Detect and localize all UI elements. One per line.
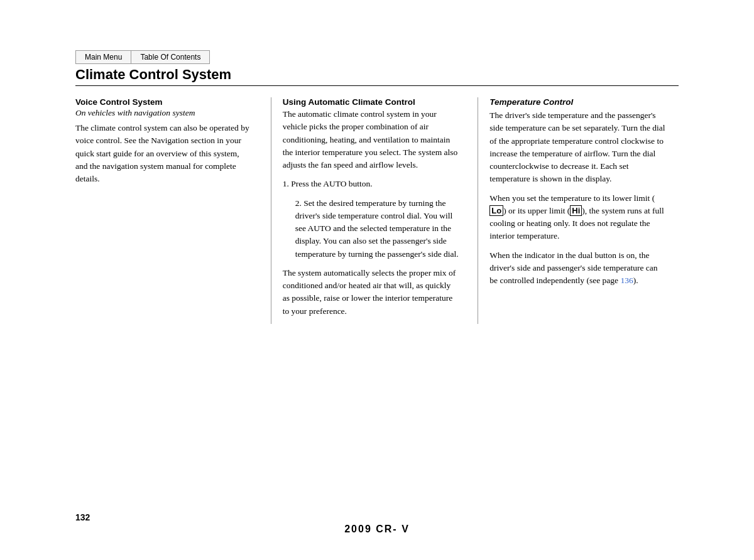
column-1: Voice Control System On vehicles with na…	[75, 97, 265, 324]
col1-para-1: The climate control system can also be o…	[75, 122, 252, 185]
title-divider	[75, 85, 679, 86]
col2-para-1: The automatic climate control system in …	[283, 108, 459, 171]
page-number: 132	[75, 512, 90, 522]
col-divider-2	[478, 97, 478, 324]
column-2: Using Automatic Climate Control The auto…	[278, 97, 472, 324]
col2-para-2: The system automatically selects the pro…	[283, 267, 459, 318]
content-columns: Voice Control System On vehicles with na…	[75, 97, 679, 324]
col3-para-1: The driver's side temperature and the pa…	[489, 109, 666, 186]
col1-title: Voice Control System	[75, 97, 252, 107]
col3-para-3: When the indicator in the dual button is…	[489, 249, 666, 288]
page-link[interactable]: 136	[620, 276, 633, 285]
page-container: Main Menu Table Of Contents Climate Cont…	[0, 0, 754, 560]
page-title: Climate Control System	[75, 67, 679, 83]
col1-subtitle: On vehicles with navigation system	[75, 108, 252, 118]
col3-para-2: When you set the temperature to its lowe…	[489, 192, 666, 243]
main-menu-button[interactable]: Main Menu	[75, 50, 131, 64]
table-of-contents-button[interactable]: Table Of Contents	[131, 50, 210, 64]
col3-title: Temperature Control	[489, 97, 666, 107]
lo-symbol: Lo	[489, 205, 503, 217]
col2-item-2: 2. Set the desired temperature by turnin…	[283, 197, 459, 261]
col2-item-1: 1. Press the AUTO button.	[283, 178, 459, 190]
col-divider-1	[271, 97, 271, 324]
col2-title: Using Automatic Climate Control	[283, 97, 459, 107]
footer-model: 2009 CR- V	[344, 524, 410, 535]
column-3: Temperature Control The driver's side te…	[484, 97, 679, 324]
hi-symbol: Hi	[570, 205, 582, 217]
nav-buttons: Main Menu Table Of Contents	[75, 50, 679, 64]
